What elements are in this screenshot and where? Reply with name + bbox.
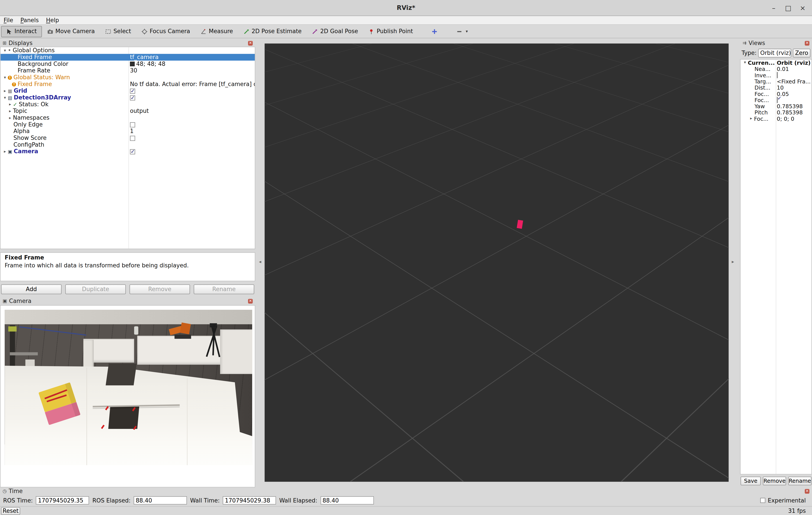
save-button[interactable]: Save: [741, 477, 761, 485]
view-type-dropdown[interactable]: Orbit (rviz) ▾: [758, 49, 791, 57]
views-row-focal-shape-size[interactable]: Foc... 0.05: [741, 91, 811, 97]
menu-panels[interactable]: Panels: [17, 16, 42, 25]
experimental-group: Experimental: [760, 497, 809, 504]
views-row-pitch[interactable]: Pitch 0.785398: [741, 109, 811, 115]
tree-row-grid[interactable]: Grid: [0, 88, 255, 94]
goal-pose-tool-button[interactable]: 2D Goal Pose: [307, 26, 363, 37]
views-row-invert-z[interactable]: Inve...: [741, 72, 811, 78]
splitter-collapse-right-icon[interactable]: ▸: [732, 259, 734, 264]
checkbox[interactable]: [130, 88, 135, 93]
remove-tool-button[interactable]: ▾: [451, 26, 473, 37]
menu-help[interactable]: Help: [42, 16, 62, 25]
expander-icon[interactable]: [7, 108, 13, 115]
wall-time-field[interactable]: [223, 496, 276, 505]
select-tool-button[interactable]: Select: [100, 26, 136, 37]
checkbox[interactable]: [777, 97, 778, 103]
tree-row-frame-rate[interactable]: Frame Rate 30: [0, 67, 255, 74]
close-icon[interactable]: [805, 489, 809, 493]
views-panel-header[interactable]: ⇉ Views: [740, 39, 812, 47]
rename-button[interactable]: Rename: [194, 284, 254, 294]
views-row-focal-point[interactable]: Foc... 0; 0; 0: [741, 115, 811, 122]
checkbox[interactable]: [130, 122, 135, 127]
focus-camera-tool-button[interactable]: Focus Camera: [136, 26, 195, 37]
grid-icon: [8, 88, 12, 93]
expander-icon[interactable]: [7, 114, 13, 121]
tree-row-status-ok[interactable]: Status: Ok: [0, 101, 255, 108]
tree-row-global-options[interactable]: Global Options: [0, 47, 255, 54]
wall-time-label: Wall Time:: [190, 497, 220, 504]
photo-arm-base: [174, 335, 191, 339]
splitter-collapse-left-icon[interactable]: ◂: [259, 259, 261, 264]
tree-row-show-score[interactable]: Show Score: [0, 135, 255, 142]
close-icon[interactable]: ×: [795, 4, 810, 12]
wall-elapsed-field[interactable]: [320, 496, 374, 505]
remove-button[interactable]: Remove: [763, 477, 786, 485]
expander-icon[interactable]: [2, 47, 8, 54]
publish-point-tool-button[interactable]: Publish Point: [363, 26, 418, 37]
close-icon[interactable]: [248, 298, 253, 303]
maximize-icon[interactable]: □: [781, 4, 795, 12]
tree-row-camera[interactable]: Camera: [0, 148, 255, 155]
expander-icon[interactable]: [742, 59, 748, 66]
views-row-distance[interactable]: Dist... 10: [741, 85, 811, 91]
duplicate-button[interactable]: Duplicate: [65, 284, 126, 294]
views-buttons: Save Remove Rename: [740, 477, 812, 485]
reset-button[interactable]: Reset: [1, 507, 20, 515]
experimental-label: Experimental: [768, 497, 806, 504]
tree-row-alpha[interactable]: Alpha 1: [0, 128, 255, 135]
expander-icon[interactable]: [2, 74, 8, 81]
rename-button[interactable]: Rename: [788, 477, 811, 485]
experimental-checkbox[interactable]: [760, 498, 765, 503]
add-button[interactable]: Add: [1, 284, 62, 294]
views-row-yaw[interactable]: Yaw 0.785398: [741, 103, 811, 109]
views-row-current[interactable]: Curren... Orbit (rviz): [741, 59, 811, 66]
expander-icon[interactable]: [2, 148, 8, 155]
status-bar: Reset 31 fps: [0, 506, 812, 515]
tree-row-only-edge[interactable]: Only Edge: [0, 121, 255, 128]
toolbar: Interact Move Camera Select Focus Camera…: [0, 25, 812, 38]
views-row-target-frame[interactable]: Targ... <Fixed Fra...: [741, 78, 811, 84]
tree-row-status-fixed-frame[interactable]: Fixed Frame No tf data. Actual error: Fr…: [0, 81, 255, 88]
displays-panel-header[interactable]: ⊞ Displays: [0, 39, 255, 47]
views-row-focal-shape-fixed[interactable]: Foc...: [741, 97, 811, 103]
close-icon[interactable]: [805, 40, 809, 45]
photo-bottle: [134, 326, 138, 335]
measure-tool-button[interactable]: Measure: [195, 26, 238, 37]
tree-row-global-status[interactable]: Global Status: Warn: [0, 74, 255, 81]
zero-button[interactable]: Zero: [793, 49, 810, 57]
tree-row-topic[interactable]: Topic output: [0, 108, 255, 115]
views-row-near-clip[interactable]: Nea... 0.01: [741, 66, 811, 72]
tree-row-fixed-frame[interactable]: Fixed Frame tf_camera: [0, 54, 255, 61]
time-panel-header[interactable]: ◷ Time: [0, 487, 812, 494]
minimize-icon[interactable]: –: [766, 4, 781, 12]
ros-elapsed-field[interactable]: [134, 496, 187, 505]
checkbox[interactable]: [130, 149, 135, 154]
tree-row-detection3darray[interactable]: Detection3DArray: [0, 94, 255, 101]
close-icon[interactable]: [248, 40, 253, 45]
tree-row-background-color[interactable]: Background Color 48; 48; 48: [0, 61, 255, 67]
checkbox[interactable]: [777, 72, 778, 78]
remove-button[interactable]: Remove: [129, 284, 190, 294]
expander-icon[interactable]: [2, 94, 8, 101]
tree-row-configpath[interactable]: ConfigPath: [0, 141, 255, 148]
color-swatch[interactable]: [130, 62, 135, 66]
checkbox[interactable]: [130, 136, 135, 141]
expander-icon[interactable]: [748, 115, 754, 122]
checkbox[interactable]: [130, 95, 135, 100]
interact-tool-button[interactable]: Interact: [1, 26, 42, 37]
pose-estimate-tool-button[interactable]: 2D Pose Estimate: [238, 26, 307, 37]
photo-pole-tape: [8, 326, 17, 332]
time-panel-title: Time: [9, 488, 23, 494]
remove-tool-icon: [457, 28, 463, 34]
move-camera-tool-button[interactable]: Move Camera: [42, 26, 100, 37]
camera-panel-header[interactable]: ▣ Camera: [0, 297, 255, 305]
ros-time-field[interactable]: [36, 496, 89, 505]
tree-row-namespaces[interactable]: Namespaces: [0, 114, 255, 121]
render-viewport[interactable]: [265, 44, 729, 482]
expander-icon[interactable]: [2, 88, 8, 94]
expander-icon[interactable]: [7, 101, 13, 108]
camera-image: [5, 310, 252, 465]
menu-file[interactable]: File: [0, 16, 17, 25]
add-tool-button[interactable]: [427, 26, 443, 37]
fixed-frame-value[interactable]: tf_camera: [128, 54, 255, 61]
